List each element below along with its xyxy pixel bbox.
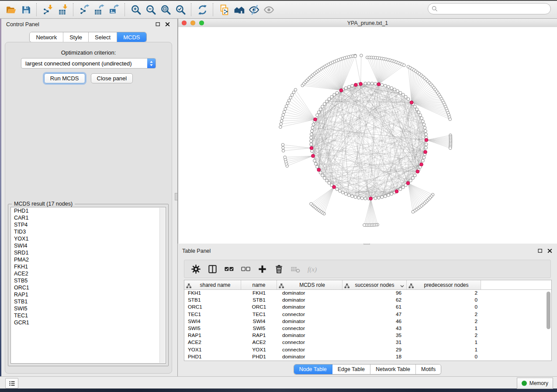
open-file-button[interactable]: [3, 3, 18, 17]
mcds-result-item[interactable]: STB5: [11, 277, 166, 284]
table-cell[interactable]: dominator: [277, 290, 343, 296]
table-cell[interactable]: 29: [343, 347, 407, 353]
table-row[interactable]: TEC1TEC1connector472: [184, 311, 551, 318]
table-cell[interactable]: TEC1: [184, 311, 241, 317]
import-network-button[interactable]: [40, 3, 55, 17]
panels-menu-button[interactable]: [5, 378, 18, 389]
mcds-result-item[interactable]: STB1: [11, 298, 166, 305]
table-cell[interactable]: PHD1: [184, 354, 241, 360]
float-panel-icon[interactable]: [155, 21, 161, 27]
mcds-result-item[interactable]: TID3: [11, 228, 166, 235]
save-session-button[interactable]: [18, 3, 33, 17]
zoom-fit-button[interactable]: [158, 3, 173, 17]
mcds-result-list[interactable]: PHD1CAR1STP4TID3YOX1SWI4SRD1PMA2FKH1ACE2…: [10, 207, 166, 364]
mcds-result-item[interactable]: FKH1: [11, 263, 166, 270]
table-row[interactable]: STB1STB1dominator620: [184, 296, 551, 303]
table-cell[interactable]: ORC1: [241, 304, 277, 310]
table-row[interactable]: SWI4SWI4dominator462: [184, 318, 551, 325]
mcds-result-item[interactable]: ORC1: [11, 284, 166, 291]
memory-button[interactable]: Memory: [517, 378, 553, 389]
table-cell[interactable]: dominator: [277, 354, 343, 360]
close-panel-button[interactable]: Close panel: [91, 73, 133, 83]
tab-select[interactable]: Select: [89, 32, 117, 42]
table-row[interactable]: ACE2ACE2connector311: [184, 339, 551, 346]
hide-panels-button[interactable]: [246, 3, 261, 17]
table-cell[interactable]: STB1: [241, 297, 277, 303]
tab-style[interactable]: Style: [63, 32, 89, 42]
import-table-button[interactable]: [55, 3, 70, 17]
mcds-result-item[interactable]: SRD1: [11, 249, 166, 256]
export-table-button[interactable]: [92, 3, 107, 17]
column-header-name[interactable]: name: [241, 280, 277, 289]
mcds-list-scrollbar[interactable]: [159, 208, 165, 363]
tab-node-table[interactable]: Node Table: [294, 364, 332, 374]
table-cell[interactable]: YOX1: [184, 347, 241, 353]
mcds-result-item[interactable]: RAP1: [11, 291, 166, 298]
table-cell[interactable]: RAP1: [241, 332, 277, 338]
table-cell[interactable]: STB1: [184, 297, 241, 303]
table-cell[interactable]: 96: [343, 290, 407, 296]
table-cell[interactable]: 2: [407, 311, 481, 317]
deselect-all-button[interactable]: [239, 262, 253, 276]
table-cell[interactable]: 18: [343, 354, 407, 360]
column-header-shared-name[interactable]: shared name: [184, 280, 241, 289]
table-cell[interactable]: ACE2: [241, 339, 277, 345]
refresh-button[interactable]: [195, 3, 210, 17]
table-cell[interactable]: 2: [407, 332, 481, 338]
table-cell[interactable]: connector: [277, 347, 343, 353]
close-panel-icon[interactable]: [547, 248, 553, 253]
table-cell[interactable]: 0: [407, 297, 481, 303]
tab-mcds[interactable]: MCDS: [117, 32, 146, 42]
column-header-successor-nodes[interactable]: successor nodes: [343, 280, 407, 289]
column-header-MCDS-role[interactable]: MCDS role: [277, 280, 343, 289]
mcds-result-item[interactable]: CAR1: [11, 214, 166, 221]
search-input[interactable]: [439, 4, 550, 14]
table-cell[interactable]: 46: [343, 318, 407, 324]
table-cell[interactable]: dominator: [277, 318, 343, 324]
table-cell[interactable]: 1: [407, 325, 481, 331]
table-cell[interactable]: PHD1: [241, 354, 277, 360]
tab-motifs[interactable]: Motifs: [416, 364, 441, 374]
mcds-result-item[interactable]: STP4: [11, 221, 166, 228]
duplicate-network-button[interactable]: [217, 3, 232, 17]
table-cell[interactable]: SWI4: [241, 318, 277, 324]
run-mcds-button[interactable]: Run MCDS: [44, 73, 85, 83]
table-cell[interactable]: RAP1: [184, 332, 241, 338]
mcds-result-item[interactable]: GCR1: [11, 319, 166, 326]
zoom-selected-button[interactable]: [173, 3, 188, 17]
table-row[interactable]: SWI5SWI5connector431: [184, 325, 551, 332]
search-box[interactable]: [428, 3, 551, 14]
mcds-result-item[interactable]: PMA2: [11, 256, 166, 263]
mcds-result-item[interactable]: TEC1: [11, 312, 166, 319]
vertical-splitter[interactable]: [175, 19, 178, 376]
table-cell[interactable]: 35: [343, 332, 407, 338]
zoom-out-button[interactable]: [143, 3, 158, 17]
table-cell[interactable]: 2: [407, 318, 481, 324]
table-cell[interactable]: FKH1: [184, 290, 241, 296]
node-table[interactable]: shared namenameMCDS rolesuccessor nodesp…: [184, 280, 552, 361]
table-cell[interactable]: 2: [407, 290, 481, 296]
table-row[interactable]: ORC1ORC1dominator610: [184, 303, 551, 310]
table-cell[interactable]: connector: [277, 311, 343, 317]
table-cell[interactable]: dominator: [277, 304, 343, 310]
table-cell[interactable]: SWI5: [184, 325, 241, 331]
export-image-button[interactable]: [107, 3, 121, 17]
table-row[interactable]: RAP1RAP1dominator352: [184, 332, 551, 339]
mcds-result-item[interactable]: SWI5: [11, 305, 166, 312]
tab-network[interactable]: Network: [30, 32, 63, 42]
mcds-result-item[interactable]: PHD1: [11, 207, 166, 214]
table-cell[interactable]: 1: [407, 347, 481, 353]
toggle-columns-button[interactable]: [205, 262, 219, 276]
table-cell[interactable]: 61: [343, 304, 407, 310]
float-panel-icon[interactable]: [537, 248, 543, 253]
home-button[interactable]: [232, 3, 246, 17]
table-cell[interactable]: ACE2: [184, 339, 241, 345]
table-cell[interactable]: connector: [277, 339, 343, 345]
table-cell[interactable]: 62: [343, 297, 407, 303]
table-cell[interactable]: dominator: [277, 332, 343, 338]
mcds-result-item[interactable]: YOX1: [11, 235, 166, 242]
table-cell[interactable]: dominator: [277, 297, 343, 303]
mcds-result-item[interactable]: ACE2: [11, 270, 166, 277]
settings-button[interactable]: [189, 262, 203, 276]
select-all-button[interactable]: [222, 262, 236, 276]
